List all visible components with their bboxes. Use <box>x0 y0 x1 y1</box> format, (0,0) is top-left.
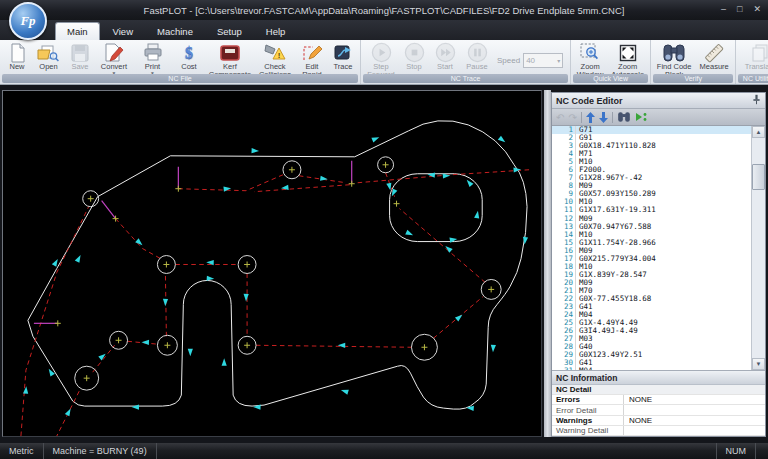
scroll-up-icon[interactable]: ▲ <box>752 126 765 138</box>
resize-grip[interactable] <box>756 443 768 459</box>
scroll-thumb[interactable] <box>752 164 765 190</box>
info-row: ErrorsNONE <box>552 395 765 405</box>
print-button[interactable]: Print▾ <box>136 41 169 76</box>
trace-icon <box>333 42 353 63</box>
toolpath-svg <box>3 91 541 436</box>
dollar-icon: $ <box>185 42 193 63</box>
scroll-down-icon[interactable]: ▼ <box>752 358 765 370</box>
direction-arrow <box>65 407 73 416</box>
info-label: Warnings <box>552 416 624 425</box>
ribbon-body: NewOpenSaveConvert▾Print▾$CostKerf Compe… <box>0 40 768 85</box>
tab-machine[interactable]: Machine <box>146 24 204 40</box>
chevron-down-icon: ▾ <box>557 57 560 64</box>
button-label: Translate <box>745 63 768 71</box>
button-label: Trace <box>334 63 353 71</box>
info-row: WarningsNONE <box>552 416 765 426</box>
direction-arrow <box>188 349 193 356</box>
trace-button[interactable]: Trace <box>328 41 358 71</box>
tab-view[interactable]: View <box>102 24 144 40</box>
floppy-icon <box>71 42 89 63</box>
cost-button[interactable]: $Cost <box>172 41 206 71</box>
app-logo-icon[interactable]: Fp <box>9 2 47 40</box>
direction-arrow <box>490 345 496 353</box>
button-label: New <box>9 63 24 71</box>
kerf-icon <box>219 42 241 63</box>
direction-arrow <box>522 237 528 245</box>
button-label: Pause <box>466 63 487 71</box>
circle-stop-icon <box>404 42 425 63</box>
translate-button: Translate <box>738 41 768 71</box>
rapid-move <box>21 207 89 436</box>
pin-icon[interactable] <box>752 94 761 107</box>
separator <box>612 112 613 123</box>
code-lines[interactable]: 1G712G913G0X18.471Y110.8284M715M106F2000… <box>552 126 751 370</box>
tab-main[interactable]: Main <box>55 22 100 40</box>
window-title: FastPLOT - [C:\Users\trevor.FASTCAM\AppD… <box>144 5 625 16</box>
direction-arrow <box>444 244 453 253</box>
new-button[interactable]: New <box>2 41 32 71</box>
printer-icon <box>143 42 163 63</box>
stop-button: Stop <box>399 41 429 71</box>
convert-button[interactable]: Convert▾ <box>95 41 133 76</box>
maximize-button[interactable]: □ <box>737 4 742 14</box>
separator <box>581 112 582 123</box>
part-contour <box>28 121 527 410</box>
collision-icon: ! <box>264 42 287 63</box>
minimize-button[interactable]: – <box>721 4 726 14</box>
close-button[interactable]: ✕ <box>753 4 761 14</box>
window-controls: – □ ✕ <box>721 4 761 14</box>
ribbon-group-nc-utilities: TranslateNC Utilities <box>736 40 768 84</box>
drawing-canvas[interactable] <box>2 90 542 437</box>
scroll-track[interactable] <box>752 138 765 358</box>
info-value: NONE <box>624 395 652 404</box>
tab-help[interactable]: Help <box>255 24 297 40</box>
ruler-icon <box>703 42 725 63</box>
direction-arrow <box>222 358 227 365</box>
speed-combobox[interactable]: 40▾ <box>523 53 563 68</box>
direction-arrow <box>455 313 464 322</box>
speed-value: 40 <box>526 56 535 65</box>
folder-open-icon <box>37 42 60 63</box>
status-bar: Metric Machine = BURNY (49) NUM <box>0 443 768 459</box>
status-spacer <box>157 443 716 459</box>
ribbon-group-nc-trace: Step ForwardStopStartPauseSpeed40▾NC Tra… <box>361 40 571 84</box>
zoom-autoscale-icon <box>618 42 638 63</box>
ribbon-group-verify: Find Code BlockMeasureVerify <box>651 40 736 84</box>
mdi-client-area: NC Code Editor ↶↷ 1G712G913G0X18.471Y110… <box>0 85 768 443</box>
goto-line-icon[interactable] <box>635 110 648 124</box>
tab-setup[interactable]: Setup <box>206 24 253 40</box>
status-machine: Machine = BURNY (49) <box>44 443 157 459</box>
save-button: Save <box>65 41 95 71</box>
button-label: Cost <box>181 63 196 71</box>
panel-header: NC Code Editor <box>552 93 765 109</box>
rapid-move <box>254 185 350 192</box>
zoom-window-icon <box>579 42 601 63</box>
undo-icon: ↶ <box>556 110 564 124</box>
line-down-icon[interactable] <box>599 110 608 124</box>
code-scrollbar[interactable]: ▲ ▼ <box>751 126 765 370</box>
oval-cutout <box>390 174 483 242</box>
status-units: Metric <box>0 443 44 459</box>
button-label: Start <box>437 63 453 71</box>
pause-button: Pause <box>461 41 493 71</box>
info-label: Errors <box>552 395 624 404</box>
measure-button[interactable]: Measure <box>695 41 733 71</box>
find-icon[interactable] <box>617 110 631 124</box>
line-up-icon[interactable] <box>586 110 595 124</box>
direction-arrow <box>223 186 231 192</box>
panel-splitter[interactable] <box>544 90 551 437</box>
info-row: Error Detail <box>552 405 765 415</box>
redo-icon: ↷ <box>568 110 576 124</box>
speed-control: Speed40▾ <box>497 53 563 68</box>
direction-arrow <box>253 404 261 409</box>
title-bar: FastPLOT - [C:\Users\trevor.FASTCAM\AppD… <box>0 0 768 20</box>
button-label: Open <box>39 63 57 71</box>
lead-in <box>102 201 116 219</box>
open-button[interactable]: Open <box>32 41 65 71</box>
circle-ff-icon <box>435 42 456 63</box>
circle-pause-icon <box>467 42 488 63</box>
direction-arrow <box>338 343 346 348</box>
direction-arrow <box>243 294 248 302</box>
button-label: Stop <box>406 63 421 71</box>
code-area: 1G712G913G0X18.471Y110.8284M715M106F2000… <box>552 126 765 370</box>
